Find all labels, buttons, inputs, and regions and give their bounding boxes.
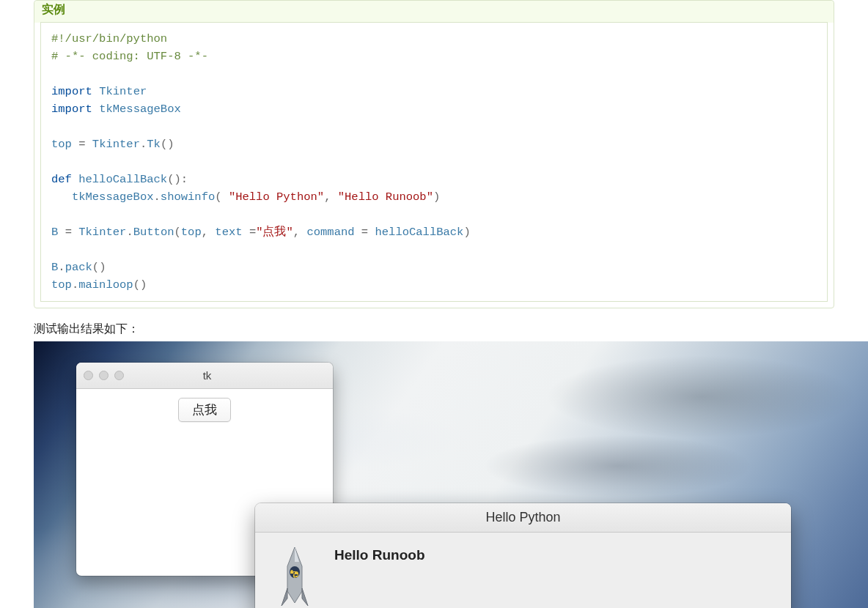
code-string: "Hello Python" (229, 190, 324, 204)
code-colon: : (181, 173, 188, 186)
code-rparen: ) (433, 190, 440, 204)
zoom-icon[interactable] (114, 371, 124, 380)
code-var: top (51, 138, 72, 151)
code-call: mainloop (78, 278, 133, 292)
code-shebang: #!/usr/bin/python (51, 32, 167, 45)
dianwo-button[interactable]: 点我 (178, 398, 231, 422)
code-eq: = (65, 226, 72, 239)
code-call: Button (133, 226, 174, 239)
code-rparen: ) (140, 278, 147, 292)
code-block: #!/usr/bin/python # -*- coding: UTF-8 -*… (40, 22, 828, 302)
code-func-name: helloCallBack (78, 173, 167, 186)
code-class: Tkinter (78, 226, 126, 239)
code-rparen: ) (167, 138, 174, 151)
traffic-light-buttons (84, 371, 124, 380)
code-eq: = (249, 226, 256, 239)
code-import-mod: tkMessageBox (99, 103, 181, 116)
code-rparen: ) (174, 173, 180, 186)
code-call: pack (65, 261, 92, 274)
code-arg: top (181, 226, 202, 239)
code-kwarg: command (306, 226, 354, 239)
code-ident: tkMessageBox (72, 190, 154, 204)
code-dot: . (72, 278, 78, 292)
code-dot: . (58, 261, 65, 274)
messagebox-titlebar: Hello Python (255, 503, 791, 533)
code-string: "Hello Runoob" (338, 190, 433, 204)
code-rparen: ) (99, 261, 106, 274)
code-import-kw: import (51, 103, 92, 116)
messagebox-title: Hello Python (485, 510, 560, 525)
code-call: Tk (147, 138, 161, 151)
code-var: B (51, 226, 58, 239)
code-dot: . (126, 226, 133, 239)
tk-window-title: tk (124, 369, 290, 382)
result-label: 测试输出结果如下： (34, 322, 834, 337)
desktop-screenshot: tk 点我 Hello Python Hello Runoob (34, 341, 868, 608)
code-var: top (51, 278, 72, 292)
code-rparen: ) (463, 226, 470, 239)
example-box: 实例 #!/usr/bin/python # -*- coding: UTF-8… (34, 0, 834, 308)
close-icon[interactable] (84, 371, 93, 380)
python-rocket-icon (277, 546, 312, 608)
minimize-icon[interactable] (99, 371, 108, 380)
code-lparen: ( (133, 278, 140, 292)
code-var: B (51, 261, 58, 274)
code-coding: # -*- coding: UTF-8 -*- (51, 50, 208, 63)
code-lparen: ( (174, 226, 181, 239)
code-ident: helloCallBack (375, 226, 463, 239)
code-import-mod: Tkinter (99, 85, 147, 98)
code-lparen: ( (161, 138, 167, 151)
code-dot: . (140, 138, 147, 151)
messagebox-body: Hello Runoob (255, 533, 791, 608)
code-import-kw: import (51, 85, 92, 98)
tk-window-body: 点我 (76, 389, 333, 431)
code-class: Tkinter (92, 138, 140, 151)
code-comma: , (202, 226, 208, 239)
code-eq: = (78, 138, 85, 151)
code-kwarg: text (215, 226, 242, 239)
code-lparen: ( (92, 261, 99, 274)
tk-titlebar: tk (76, 363, 333, 389)
code-comma: , (293, 226, 300, 239)
messagebox-window: Hello Python Hello Runoob (255, 503, 791, 608)
code-comma: , (324, 190, 331, 204)
code-def: def (51, 173, 72, 186)
code-string: "点我" (256, 226, 293, 239)
code-eq: = (361, 226, 368, 239)
code-dot: . (154, 190, 161, 204)
example-title: 实例 (34, 1, 834, 22)
code-call: showinfo (161, 190, 215, 204)
messagebox-text: Hello Runoob (334, 547, 424, 563)
code-lparen: ( (215, 190, 221, 204)
